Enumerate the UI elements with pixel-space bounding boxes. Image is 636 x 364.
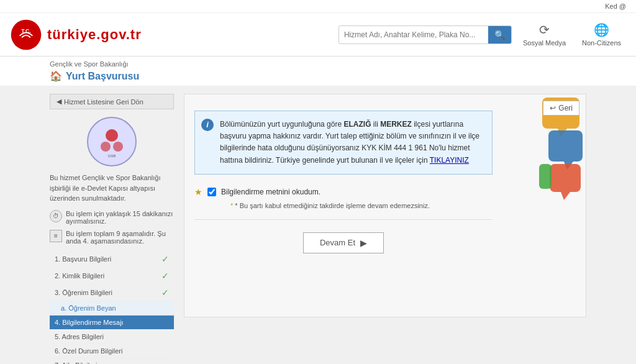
checkbox-area: ★ Bilgilendirme metnini okudum. (194, 184, 576, 199)
step-2-label: 2. Kimlik Bilgileri (55, 272, 104, 280)
content-box: ↩ Geri i Bölümünüzün yurt uygunluğuna gö… (184, 94, 586, 317)
svg-rect-8 (548, 130, 583, 162)
search-input[interactable] (339, 27, 488, 42)
step-4-label: 4. Bilgilendirme Mesajı (55, 319, 124, 326)
sub-header: Gençlik ve Spor Bakanlığı 🏠 Yurt Başvuru… (0, 57, 636, 86)
non-citizens-label: Non-Citizens (582, 39, 621, 47)
ministry-desc: Bu hizmet Gençlik ve Spor Bakanlığı işbi… (50, 173, 174, 204)
logo-text[interactable]: türkiye.gov.tr (47, 27, 142, 43)
header-right: 🔍 ⟳ Sosyal Medya 🌐 Non-Citizens (338, 20, 626, 49)
svg-point-2 (106, 129, 118, 142)
devam-et-button[interactable]: Devam Et ▶ (303, 232, 384, 253)
non-citizens-nav[interactable]: 🌐 Non-Citizens (577, 20, 626, 49)
content-area: ↩ Geri i Bölümünüzün yurt uygunluğuna gö… (184, 94, 586, 364)
steps-info-text: Bu işlem toplam 9 aşamalıdır. Şu anda 4.… (66, 230, 174, 245)
sidebar: ◀ Hizmet Listesine Geri Dön GSB Bu hizme… (50, 94, 174, 364)
step-7-label: 7. Aile Bilgileri (55, 362, 97, 365)
info-box: i Bölümünüzün yurt uygunluğuna göre ELAZ… (194, 111, 493, 175)
back-button-top[interactable]: ↩ Geri (543, 101, 579, 116)
step-1[interactable]: 1. Başvuru Bilgileri ✓ (50, 251, 174, 268)
step-3-check: ✓ (161, 288, 169, 298)
read-checkbox[interactable] (207, 188, 216, 196)
info-icon: i (201, 119, 214, 131)
step-2-check: ✓ (161, 271, 169, 281)
ministry-logo-img: GSB (87, 117, 137, 166)
svg-marker-9 (564, 162, 573, 170)
globe-icon: 🌐 (594, 22, 609, 37)
warning-asterisk: * (230, 202, 233, 209)
info-message: Bölümünüzün yurt uygunluğuna göre ELAZIĞ… (220, 120, 479, 165)
svg-text:GSB: GSB (108, 154, 116, 158)
social-media-label: Sosyal Medya (523, 39, 566, 47)
ministry-logo: GSB (50, 117, 174, 166)
flag-icon: 🏠 (50, 70, 62, 82)
header: T.C. türkiye.gov.tr 🔍 ⟳ Sosyal Medya 🌐 N… (0, 13, 636, 57)
warning-text: * * Bu şartı kabul etmediğiniz takdirde … (230, 202, 576, 209)
steps-info-item: ≡ Bu işlem toplam 9 aşamalıdır. Şu anda … (50, 230, 174, 245)
breadcrumb: Gençlik ve Spor Bakanlığı (50, 60, 586, 68)
step-3a[interactable]: a. Öğrenim Beyan (50, 301, 174, 316)
back-button-label: Hizmet Listesine Geri Dön (64, 98, 143, 106)
list-icon: ≡ (50, 230, 62, 242)
step-7[interactable]: 7. Aile Bilgileri (50, 358, 174, 365)
back-to-list-button[interactable]: ◀ Hizmet Listesine Geri Dön (50, 94, 174, 109)
svg-marker-7 (558, 129, 567, 137)
logo-area: T.C. türkiye.gov.tr (10, 19, 142, 51)
svg-point-3 (101, 142, 111, 152)
step-5-label: 5. Adres Bilgileri (55, 333, 104, 340)
step-1-check: ✓ (161, 254, 169, 264)
chevron-left-icon: ◀ (57, 98, 61, 106)
step-2[interactable]: 2. Kimlik Bilgileri ✓ (50, 268, 174, 284)
logo-icon: T.C. (10, 19, 42, 51)
search-bar: 🔍 (338, 25, 512, 44)
page-title-area: 🏠 Yurt Başvurusu (50, 70, 586, 82)
required-star: ★ (194, 187, 202, 197)
arrow-right-icon: ▶ (360, 238, 367, 248)
checkbox-label[interactable]: Bilgilendirme metnini okudum. (221, 188, 320, 196)
step-3[interactable]: 3. Öğrenim Bilgileri ✓ (50, 284, 174, 301)
step-3a-label: a. Öğrenim Beyan (61, 304, 116, 312)
step-1-label: 1. Başvuru Bilgileri (55, 255, 111, 263)
user-text: Ked @ (605, 2, 626, 10)
step-6-label: 6. Özel Durum Bilgileri (55, 347, 122, 355)
steps-list: 1. Başvuru Bilgileri ✓ 2. Kimlik Bilgile… (50, 251, 174, 365)
step-4[interactable]: 4. Bilgilendirme Mesajı (50, 316, 174, 330)
page-title: Yurt Başvurusu (66, 71, 139, 82)
divider (194, 219, 493, 220)
back-arrow-icon: ↩ (550, 104, 556, 112)
time-info-text: Bu işlem için yaklaşık 15 dakikanızı ayı… (66, 210, 174, 225)
tiklayiniz-link[interactable]: TIKLAYINIZ (430, 156, 469, 165)
search-button[interactable]: 🔍 (488, 26, 511, 43)
clock-icon: ⏱ (50, 210, 62, 222)
devam-et-label: Devam Et (320, 238, 355, 247)
social-media-nav[interactable]: ⟳ Sosyal Medya (518, 20, 571, 49)
top-bar: Ked @ (0, 0, 636, 13)
time-info-item: ⏱ Bu işlem için yaklaşık 15 dakikanızı a… (50, 210, 174, 225)
main-container: ◀ Hizmet Listesine Geri Dön GSB Bu hizme… (0, 86, 636, 364)
back-btn-label: Geri (558, 104, 573, 112)
devam-btn-container: Devam Et ▶ (194, 232, 493, 253)
step-5[interactable]: 5. Adres Bilgileri (50, 330, 174, 344)
svg-point-4 (113, 142, 123, 152)
share-icon: ⟳ (539, 22, 550, 37)
step-3-label: 3. Öğrenim Bilgileri (55, 289, 112, 296)
step-6[interactable]: 6. Özel Durum Bilgileri (50, 344, 174, 358)
